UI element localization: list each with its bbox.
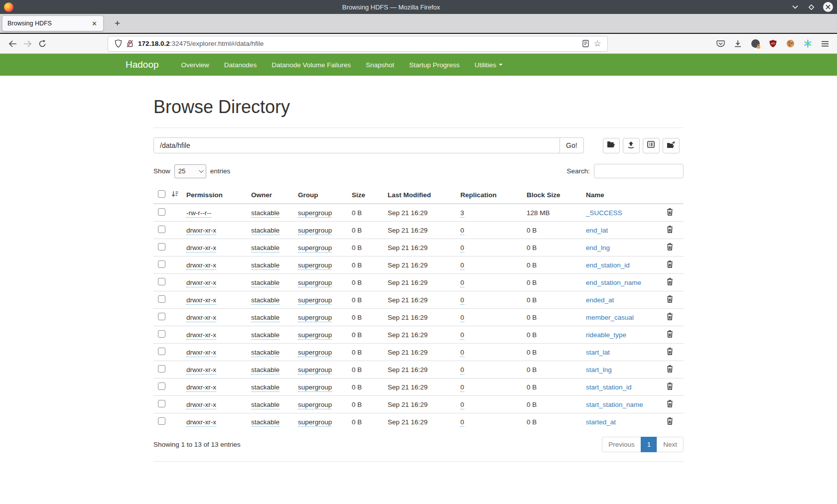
nav-item-snapshot[interactable]: Snapshot bbox=[358, 54, 402, 76]
owner-value[interactable]: stackable bbox=[251, 209, 279, 218]
permission-value[interactable]: drwxr-xr-x bbox=[186, 314, 216, 322]
group-value[interactable]: supergroup bbox=[298, 314, 332, 322]
file-name-link[interactable]: rideable_type bbox=[586, 331, 626, 339]
replication-value[interactable]: 0 bbox=[460, 296, 464, 305]
trash-icon[interactable] bbox=[667, 382, 673, 391]
replication-value[interactable]: 0 bbox=[460, 366, 464, 375]
trash-icon[interactable] bbox=[667, 365, 673, 374]
row-checkbox[interactable] bbox=[158, 226, 165, 233]
file-name-link[interactable]: start_lat bbox=[586, 349, 610, 356]
replication-value[interactable]: 0 bbox=[460, 279, 464, 287]
group-value[interactable]: supergroup bbox=[298, 244, 332, 252]
permission-value[interactable]: drwxr-xr-x bbox=[186, 279, 216, 287]
header-last-modified[interactable]: Last Modified bbox=[388, 186, 460, 204]
trash-icon[interactable] bbox=[667, 243, 673, 252]
colorful-asterisk-extension-icon[interactable] bbox=[801, 37, 815, 51]
pagination-page-1-button[interactable]: 1 bbox=[641, 437, 658, 452]
nav-dropdown-utilities[interactable]: Utilities bbox=[467, 54, 511, 76]
folder-open-button[interactable] bbox=[603, 138, 620, 153]
menu-icon[interactable] bbox=[818, 37, 832, 51]
bookmark-star-icon[interactable]: ☆ bbox=[591, 38, 603, 50]
trash-icon[interactable] bbox=[667, 226, 673, 235]
back-icon[interactable] bbox=[5, 37, 20, 51]
owner-value[interactable]: stackable bbox=[251, 314, 279, 322]
file-name-link[interactable]: start_lng bbox=[586, 366, 612, 374]
trash-icon[interactable] bbox=[667, 260, 673, 269]
replication-value[interactable]: 3 bbox=[460, 209, 464, 218]
header-size[interactable]: Size bbox=[352, 186, 388, 204]
extension-globe-lock-icon[interactable] bbox=[748, 37, 762, 51]
permission-value[interactable]: drwxr-xr-x bbox=[186, 401, 216, 409]
group-value[interactable]: supergroup bbox=[298, 209, 332, 218]
replication-value[interactable]: 0 bbox=[460, 401, 464, 409]
group-value[interactable]: supergroup bbox=[298, 279, 332, 287]
url-bar[interactable]: 172.18.0.2:32475/explorer.html#/data/hfi… bbox=[108, 36, 608, 52]
maximize-icon[interactable] bbox=[807, 3, 815, 11]
directory-path-input[interactable] bbox=[153, 137, 560, 153]
tab-close-icon[interactable]: ✕ bbox=[91, 20, 98, 27]
reload-icon[interactable] bbox=[35, 37, 50, 51]
tab-browsing-hdfs[interactable]: Browsing HDFS ✕ bbox=[2, 15, 104, 31]
owner-value[interactable]: stackable bbox=[251, 349, 279, 357]
header-group[interactable]: Group bbox=[298, 186, 352, 204]
row-checkbox[interactable] bbox=[158, 260, 165, 268]
forward-icon[interactable] bbox=[20, 37, 35, 51]
replication-value[interactable]: 0 bbox=[460, 227, 464, 235]
shield-icon[interactable] bbox=[112, 38, 124, 50]
replication-value[interactable]: 0 bbox=[460, 314, 464, 322]
header-select-sort[interactable] bbox=[171, 186, 186, 204]
replication-value[interactable]: 0 bbox=[460, 418, 464, 427]
group-value[interactable]: supergroup bbox=[298, 401, 332, 409]
permission-value[interactable]: drwxr-xr-x bbox=[186, 296, 216, 305]
row-checkbox[interactable] bbox=[158, 417, 165, 425]
trash-icon[interactable] bbox=[667, 417, 673, 426]
folder-transfer-button[interactable] bbox=[663, 138, 680, 153]
owner-value[interactable]: stackable bbox=[251, 366, 279, 375]
pocket-icon[interactable] bbox=[713, 37, 727, 51]
header-permission[interactable]: Permission bbox=[186, 186, 251, 204]
permission-value[interactable]: drwxr-xr-x bbox=[186, 383, 216, 392]
select-all-checkbox[interactable] bbox=[158, 190, 165, 198]
owner-value[interactable]: stackable bbox=[251, 331, 279, 340]
owner-value[interactable]: stackable bbox=[251, 227, 279, 235]
header-name[interactable]: Name bbox=[586, 186, 667, 204]
header-owner[interactable]: Owner bbox=[251, 186, 298, 204]
file-name-link[interactable]: start_station_name bbox=[586, 401, 643, 408]
group-value[interactable]: supergroup bbox=[298, 349, 332, 357]
trash-icon[interactable] bbox=[667, 330, 673, 339]
owner-value[interactable]: stackable bbox=[251, 279, 279, 287]
group-value[interactable]: supergroup bbox=[298, 296, 332, 305]
owner-value[interactable]: stackable bbox=[251, 296, 279, 305]
insecure-lock-icon[interactable] bbox=[124, 38, 136, 50]
replication-value[interactable]: 0 bbox=[460, 244, 464, 252]
navbar-brand-hadoop[interactable]: Hadoop bbox=[126, 59, 167, 70]
nav-item-overview[interactable]: Overview bbox=[174, 54, 217, 76]
group-value[interactable]: supergroup bbox=[298, 227, 332, 235]
search-input[interactable] bbox=[594, 164, 684, 178]
upload-button[interactable] bbox=[623, 138, 640, 153]
download-icon[interactable] bbox=[731, 37, 745, 51]
replication-value[interactable]: 0 bbox=[460, 383, 464, 392]
row-checkbox[interactable] bbox=[158, 243, 165, 251]
row-checkbox[interactable] bbox=[158, 365, 165, 373]
row-checkbox[interactable] bbox=[158, 382, 165, 390]
trash-icon[interactable] bbox=[667, 348, 673, 357]
owner-value[interactable]: stackable bbox=[251, 401, 279, 409]
file-name-link[interactable]: end_lat bbox=[586, 227, 608, 234]
nav-item-startup-progress[interactable]: Startup Progress bbox=[402, 54, 467, 76]
group-value[interactable]: supergroup bbox=[298, 383, 332, 392]
permission-value[interactable]: drwxr-xr-x bbox=[186, 366, 216, 375]
file-name-link[interactable]: start_station_id bbox=[586, 383, 632, 391]
trash-icon[interactable] bbox=[667, 295, 673, 304]
file-name-link[interactable]: _SUCCESS bbox=[586, 209, 622, 217]
reader-mode-icon[interactable] bbox=[579, 38, 591, 50]
owner-value[interactable]: stackable bbox=[251, 244, 279, 252]
trash-icon[interactable] bbox=[667, 278, 673, 287]
group-value[interactable]: supergroup bbox=[298, 261, 332, 270]
group-value[interactable]: supergroup bbox=[298, 366, 332, 375]
owner-value[interactable]: stackable bbox=[251, 261, 279, 270]
row-checkbox[interactable] bbox=[158, 208, 165, 216]
permission-value[interactable]: drwxr-xr-x bbox=[186, 227, 216, 235]
row-checkbox[interactable] bbox=[158, 400, 165, 407]
replication-value[interactable]: 0 bbox=[460, 261, 464, 270]
